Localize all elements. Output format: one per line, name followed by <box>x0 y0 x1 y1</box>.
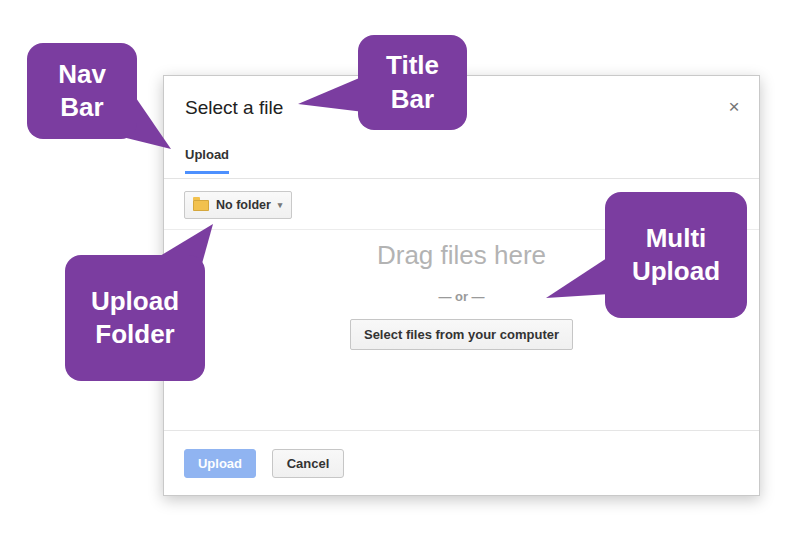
upload-folder-callout: Upload Folder <box>65 255 205 381</box>
close-icon[interactable]: × <box>723 96 745 118</box>
chevron-down-icon: ▾ <box>278 201 283 210</box>
title-bar-callout: Title Bar <box>358 35 467 130</box>
title-bar-callout-label: Title Bar <box>376 49 449 115</box>
tab-upload[interactable]: Upload <box>185 147 229 174</box>
folder-dropdown-label: No folder <box>216 198 271 212</box>
screenshot-canvas: Select a file × Upload No folder ▾ Drag … <box>0 0 809 544</box>
cancel-button[interactable]: Cancel <box>272 449 344 478</box>
upload-folder-callout-label: Upload Folder <box>83 285 187 351</box>
tab-divider <box>185 174 737 178</box>
nav-bar-callout: Nav Bar <box>27 43 137 139</box>
dialog-footer: Upload Cancel <box>164 430 759 495</box>
folder-dropdown[interactable]: No folder ▾ <box>184 191 292 219</box>
select-files-button[interactable]: Select files from your computer <box>350 319 573 350</box>
upload-button[interactable]: Upload <box>184 449 256 478</box>
folder-icon <box>193 200 209 211</box>
multi-upload-callout-label: Multi Upload <box>623 222 729 288</box>
multi-upload-callout: Multi Upload <box>605 192 747 318</box>
nav-bar-callout-label: Nav Bar <box>45 58 119 124</box>
